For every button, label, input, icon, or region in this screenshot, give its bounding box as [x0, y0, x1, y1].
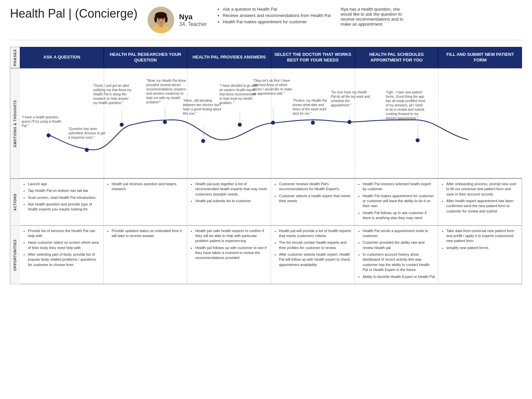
quote-9: "So nice have my Health Pal do all the l… — [331, 90, 371, 107]
persona: Nya 34, Teacher — [148, 7, 207, 33]
opps-list-6: Take data from universal new patient for… — [441, 228, 519, 251]
opps-item: Health pal follows up with customer to s… — [195, 245, 268, 261]
actions-item: Launch app — [28, 182, 101, 187]
actions-item: Customer selects a health expert that me… — [279, 194, 352, 204]
opportunities-label: OPPORTUNITIES — [10, 226, 20, 284]
actions-item: Customer reviews Health Pal's recommenda… — [279, 182, 352, 192]
opps-list-4: Health pal will provide a list of health… — [274, 228, 352, 268]
emotions-chart: "I have a health question, guess I'll tr… — [20, 68, 522, 178]
dot-9 — [347, 120, 351, 124]
actions-item: Health Pal follows up to ask customer if… — [363, 210, 436, 221]
actions-item: Health pal submits list to customer — [195, 199, 268, 203]
svg-point-8 — [162, 19, 164, 20]
dashed-3 — [122, 110, 122, 123]
opps-cell-3: Health pal calls health experts to confi… — [187, 226, 271, 284]
opps-item: Customer provided the ability rate and r… — [363, 240, 436, 250]
quote-7: "Okay let's do this! I have informed Ann… — [253, 78, 293, 96]
quote-3: "Great, I just got an alert notifying me… — [93, 83, 133, 105]
actions-list-1: Launch app Tap Health Pal on bottom nav … — [23, 182, 101, 212]
opps-item: Provide list of services the Health Pal … — [28, 228, 101, 239]
phase-5: HEALTH PAL SCHEDULES APPOINTMENT FOR YOU — [355, 47, 439, 68]
dot-7 — [271, 121, 275, 125]
phases-row: PHASES ASK A QUESTION HEALTH PAL RESEARC… — [10, 47, 522, 68]
opps-item: In customers account history show dashbo… — [363, 252, 436, 273]
emotions-row: EMOTIONS & THOUGHTS "I have a health que… — [10, 68, 522, 179]
quote-5: "Hmm, still deciding between two doctors… — [183, 98, 223, 116]
opportunities-row: OPPORTUNITIES Provide list of services t… — [10, 225, 522, 285]
dot-1 — [47, 133, 51, 137]
quote-10: "Ugh.. I hate new patient forms. Good th… — [386, 90, 426, 120]
phase-4: SELECT THE DOCTOR THAT WORKS BEST FOR YO… — [271, 47, 355, 68]
actions-row: ACTIONS Launch app Tap Health Pal on bot… — [10, 179, 522, 225]
actions-item: After onboarding process, prompt new use… — [446, 182, 519, 197]
header-note: Nya has a health question, she would lik… — [340, 7, 407, 27]
bullet-2: Receive answers and recommendations from… — [223, 13, 331, 18]
actions-list-2: Health pal recieves question and begins … — [106, 182, 185, 192]
actions-item: Tap Health Pal on bottom nav tab bar — [28, 188, 101, 193]
actions-list-4: Customer reviews Health Pal's recommenda… — [274, 182, 352, 204]
persona-name: Nya — [179, 13, 207, 21]
quote-4: "Wow, my Health Pal Anna provided severa… — [146, 78, 186, 104]
opps-list-3: Health pal calls health experts to confi… — [190, 228, 268, 261]
opps-cell-2: Provide updated status on estimated time… — [104, 226, 188, 284]
actions-cell-2: Health pal recieves question and begins … — [104, 179, 188, 225]
svg-point-5 — [154, 16, 157, 23]
actions-list-5: Health Pal receives selected health expe… — [357, 182, 436, 221]
dot-6 — [238, 123, 242, 127]
journey-map: PHASES ASK A QUESTION HEALTH PAL RESEARC… — [10, 47, 522, 284]
actions-cell-6: After onboarding process, prompt new use… — [438, 179, 522, 225]
actions-item: After health expert appointment has been… — [446, 199, 519, 214]
phase-2: HEALTH PAL RESEARCHES YOUR QUESTION — [104, 47, 188, 68]
actions-cell-4: Customer reviews Health Pal's recommenda… — [271, 179, 355, 225]
actions-cell-1: Launch app Tap Health Pal on bottom nav … — [20, 179, 104, 225]
opps-cell-4: Health pal will provide a list of health… — [271, 226, 355, 284]
opps-item: simplify new patient forms — [446, 245, 519, 250]
actions-item: Scan screen, read Health Pal introductio… — [28, 195, 101, 200]
opps-item: Take data from universal new patient for… — [446, 228, 519, 244]
opps-list-1: Provide list of services the Health Pal … — [23, 228, 101, 268]
dot-3 — [120, 123, 124, 127]
quote-8: "Perfect, my Health Pal knows what date … — [293, 98, 332, 116]
actions-item: Ask health question and provide type of … — [28, 202, 101, 212]
quote-2: "Question has been submitted. Anxious to… — [68, 127, 108, 140]
phases-cells: ASK A QUESTION HEALTH PAL RESEARCHES YOU… — [20, 47, 522, 68]
actions-list-3: Health pal puts together a list of recom… — [190, 182, 268, 204]
opps-item: Provide updated status on estimated time… — [112, 228, 185, 239]
actions-item: Health Pal makes appointment for custome… — [363, 194, 436, 209]
dashed-7 — [273, 108, 273, 121]
opps-cell-1: Provide list of services the Health Pal … — [20, 226, 104, 284]
opps-item: After selecting part of body, provide li… — [28, 252, 101, 267]
opps-item: Health pal calls health experts to confi… — [195, 228, 268, 244]
page: Health Pal | (Concierge) — [0, 0, 532, 291]
page-title: Health Pal | (Concierge) — [10, 7, 138, 21]
dot-8 — [311, 121, 315, 125]
opps-item: Ability to favorite Health Expert or Hea… — [363, 274, 436, 279]
opps-item: Have customer select on screen which are… — [28, 240, 101, 250]
actions-cell-5: Health Pal receives selected health expe… — [355, 179, 439, 225]
dot-4 — [163, 120, 167, 124]
opps-item: Health pal will provide a list of health… — [279, 228, 352, 239]
svg-point-6 — [165, 16, 168, 23]
actions-item: Health pal puts together a list of recom… — [195, 182, 268, 197]
quote-1: "I have a health question, guess I'll tr… — [22, 115, 62, 128]
opps-list-2: Provide updated status on estimated time… — [106, 228, 185, 239]
phases-label: PHASES — [10, 47, 20, 68]
opportunities-cells: Provide list of services the Health Pal … — [20, 226, 522, 284]
header-bullets: Ask a question to Health Pal Receive ans… — [217, 7, 331, 26]
opps-item: After customer selects health expert, He… — [279, 252, 352, 267]
dot-5 — [201, 139, 205, 143]
actions-cells: Launch app Tap Health Pal on bottom nav … — [20, 179, 522, 225]
opps-cell-6: Take data from universal new patient for… — [438, 226, 522, 284]
dot-10 — [416, 138, 420, 142]
opps-item: Health Pal sends a appointment invite to… — [363, 228, 436, 239]
dot-2 — [85, 148, 89, 152]
svg-point-7 — [158, 19, 160, 20]
phase-6: FILL AND SUBMIT NEW PATIENT FORM — [438, 47, 522, 68]
persona-info: Nya 34, Teacher — [179, 13, 207, 27]
emotions-label: EMOTIONS & THOUGHTS — [10, 68, 20, 178]
persona-description: 34, Teacher — [179, 21, 207, 27]
phase-3: HEALTH PAL PROVIDES ANSWERS — [187, 47, 271, 68]
phase-1: ASK A QUESTION — [20, 47, 104, 68]
bullet-3: Health Pal makes appointment for custome… — [223, 19, 331, 24]
header: Health Pal | (Concierge) — [10, 7, 522, 40]
